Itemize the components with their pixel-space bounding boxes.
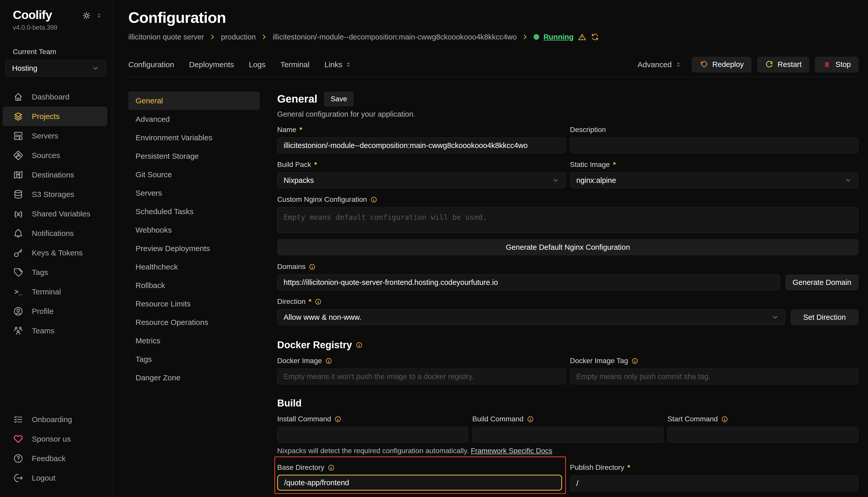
breadcrumb-environment[interactable]: production (221, 33, 256, 41)
sidebar-item-terminal[interactable]: >_ Terminal (3, 282, 107, 302)
generate-domain-button[interactable]: Generate Domain (785, 274, 858, 290)
selector-icon (675, 61, 682, 68)
subnav-item-resource-operations[interactable]: Resource Operations (128, 313, 260, 331)
tab-deployments[interactable]: Deployments (189, 60, 234, 69)
sidebar-item-notifications[interactable]: Notifications (3, 224, 107, 243)
subnav-item-healthcheck[interactable]: Healthcheck (128, 258, 260, 276)
sidebar-item-s3-storages[interactable]: S3 Storages (3, 185, 107, 204)
install-command-input[interactable] (277, 427, 468, 443)
save-button[interactable]: Save (324, 91, 354, 106)
subnav-item-advanced[interactable]: Advanced (128, 110, 260, 128)
name-input[interactable] (277, 138, 566, 153)
subnav-item-preview-deployments[interactable]: Preview Deployments (128, 239, 260, 258)
theme-toggle-sun-icon[interactable] (82, 11, 91, 20)
info-icon[interactable] (314, 298, 322, 306)
sidebar-item-shared-variables[interactable]: (x) Shared Variables (3, 204, 107, 224)
sidebar-item-tags[interactable]: Tags (3, 262, 107, 282)
chevron-down-icon (771, 313, 779, 321)
start-command-input[interactable] (667, 427, 858, 443)
sidebar-item-onboarding[interactable]: Onboarding (3, 410, 107, 429)
subnav-item-general[interactable]: General (128, 91, 260, 110)
domains-input[interactable] (277, 274, 780, 290)
info-icon[interactable] (356, 341, 363, 349)
key-icon (13, 247, 24, 258)
docker-image-input[interactable] (277, 369, 566, 384)
users-icon (13, 325, 24, 336)
publish-directory-input[interactable] (570, 475, 859, 491)
sidebar-item-dashboard[interactable]: Dashboard (3, 87, 107, 107)
sidebar-item-sponsor-us[interactable]: Sponsor us (3, 429, 107, 449)
tab-bar: ConfigurationDeploymentsLogsTerminalLink… (128, 52, 858, 77)
direction-select[interactable]: Allow www & non-www. (277, 309, 785, 325)
info-icon[interactable] (325, 357, 332, 365)
static-image-select[interactable]: nginx:alpine (570, 172, 859, 188)
sidebar-footer-nav: Onboarding Sponsor us Feedback Logout (0, 410, 112, 488)
subnav-item-webhooks[interactable]: Webhooks (128, 221, 260, 239)
tab-logs[interactable]: Logs (249, 60, 266, 69)
info-icon[interactable] (308, 263, 316, 271)
sidebar-item-profile[interactable]: Profile (3, 302, 107, 321)
sidebar-item-logout[interactable]: Logout (3, 468, 107, 488)
map-icon (13, 170, 24, 180)
info-icon[interactable] (721, 415, 728, 423)
stop-button[interactable]: Stop (815, 57, 858, 73)
heart-icon (13, 434, 24, 444)
help-circle-icon (13, 453, 24, 464)
chevron-right-icon (209, 33, 216, 40)
tab-links[interactable]: Links (325, 60, 352, 69)
layers-icon (13, 111, 24, 122)
publish-directory-label: Publish Directory* (570, 464, 859, 472)
refresh-icon[interactable] (591, 32, 599, 41)
subnav-item-scheduled-tasks[interactable]: Scheduled Tasks (128, 202, 260, 221)
team-select[interactable]: Hosting (5, 60, 106, 76)
advanced-dropdown[interactable]: Advanced (637, 60, 682, 69)
info-icon[interactable] (631, 357, 638, 365)
generate-nginx-button[interactable]: Generate Default Nginx Configuration (277, 239, 858, 255)
current-team-label: Current Team (13, 48, 112, 56)
checklist-icon (13, 414, 24, 425)
custom-nginx-label: Custom Nginx Configuration (277, 195, 858, 204)
warning-icon[interactable] (578, 32, 587, 41)
redeploy-button[interactable]: Redeploy (692, 57, 752, 73)
breadcrumb-application[interactable]: illicitestonion/-module--decomposition:m… (273, 33, 516, 41)
subnav-item-git-source[interactable]: Git Source (128, 166, 260, 184)
sidebar-item-keys-tokens[interactable]: Keys & Tokens (3, 243, 107, 262)
subnav-item-resource-limits[interactable]: Resource Limits (128, 295, 260, 313)
user-circle-icon (13, 306, 24, 317)
sidebar-item-destinations[interactable]: Destinations (3, 165, 107, 185)
info-icon[interactable] (370, 196, 377, 203)
sidebar-item-projects[interactable]: Projects (3, 107, 107, 126)
breadcrumb-project[interactable]: illicitonion quote server (128, 33, 204, 41)
sidebar: Coolify v4.0.0-beta.399 Current Team Hos… (0, 0, 112, 497)
base-directory-input[interactable] (277, 475, 562, 491)
tab-terminal[interactable]: Terminal (280, 60, 309, 69)
framework-docs-link[interactable]: Framework Specific Docs (471, 447, 552, 455)
sidebar-item-sources[interactable]: Sources (3, 146, 107, 165)
subnav-item-rollback[interactable]: Rollback (128, 276, 260, 295)
restart-button[interactable]: Restart (757, 57, 809, 73)
status-running-link[interactable]: Running (543, 33, 574, 41)
sidebar-item-servers[interactable]: Servers (3, 126, 107, 146)
sidebar-item-teams[interactable]: Teams (3, 321, 107, 341)
sidebar-item-feedback[interactable]: Feedback (3, 449, 107, 468)
info-icon[interactable] (527, 415, 534, 423)
set-direction-button[interactable]: Set Direction (790, 309, 858, 325)
build-pack-select[interactable]: Nixpacks (277, 172, 566, 188)
subnav-item-persistent-storage[interactable]: Persistent Storage (128, 147, 260, 166)
tab-configuration[interactable]: Configuration (128, 60, 174, 69)
subnav-item-metrics[interactable]: Metrics (128, 331, 260, 350)
build-command-input[interactable] (472, 427, 663, 443)
docker-image-tag-input[interactable] (570, 369, 859, 384)
direction-label: Direction* (277, 297, 858, 306)
description-input[interactable] (570, 138, 859, 153)
subnav-item-environment-variables[interactable]: Environment Variables (128, 128, 260, 147)
subnav-item-danger-zone[interactable]: Danger Zone (128, 369, 260, 387)
custom-nginx-textarea[interactable] (277, 207, 858, 233)
theme-selector-icon[interactable] (95, 12, 103, 19)
docker-registry-heading: Docker Registry (277, 340, 858, 351)
info-icon[interactable] (328, 464, 335, 471)
info-icon[interactable] (334, 415, 342, 423)
subnav-item-tags[interactable]: Tags (128, 350, 260, 369)
description-label: Description (570, 126, 859, 134)
subnav-item-servers[interactable]: Servers (128, 184, 260, 202)
